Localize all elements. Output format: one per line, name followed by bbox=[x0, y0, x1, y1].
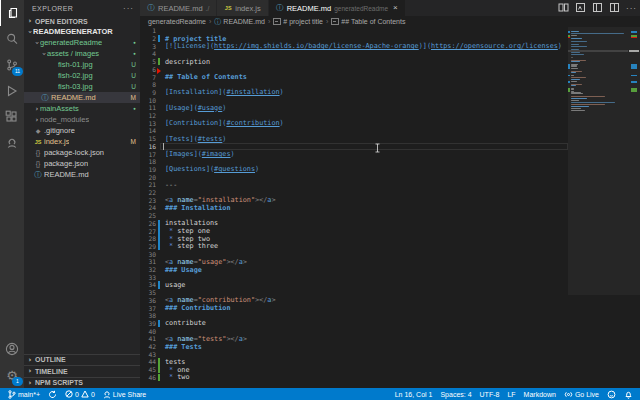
line-number[interactable]: 10 bbox=[140, 97, 156, 104]
activitybar-extensions[interactable] bbox=[0, 104, 24, 130]
line-number[interactable]: 5 bbox=[140, 58, 156, 65]
status-go-live[interactable]: Go Live bbox=[560, 388, 603, 400]
line-number[interactable]: 12 bbox=[140, 112, 156, 119]
breadcrumb-item[interactable]: ⓘREADME.md bbox=[214, 17, 265, 27]
code-editor[interactable]: 12# project title3[![License](https://im… bbox=[140, 27, 568, 388]
line-number[interactable]: 18 bbox=[140, 158, 156, 165]
tab-readme.md-[interactable]: ⓘREADME.md./ bbox=[140, 0, 217, 16]
tree-item-readme-md[interactable]: ⓘREADME.md bbox=[24, 169, 140, 180]
line-number[interactable]: 6 bbox=[140, 66, 156, 73]
line-number[interactable]: 16 bbox=[140, 143, 156, 150]
status-sync[interactable] bbox=[44, 388, 61, 400]
line-number[interactable]: 45 bbox=[140, 366, 156, 373]
activitybar-source-control[interactable]: 11 bbox=[0, 52, 24, 78]
line-number[interactable]: 42 bbox=[140, 343, 156, 350]
line-number[interactable]: 2 bbox=[140, 35, 156, 42]
line-number[interactable]: 33 bbox=[140, 274, 156, 281]
line-number[interactable]: 4 bbox=[140, 50, 156, 57]
line-number[interactable]: 41 bbox=[140, 335, 156, 342]
line-number[interactable]: 19 bbox=[140, 166, 156, 173]
split-editor-icon[interactable] bbox=[609, 0, 620, 17]
close-icon[interactable]: × bbox=[393, 4, 398, 12]
tree-item-mainassets[interactable]: ›mainAssets● bbox=[24, 103, 140, 114]
line-number[interactable]: 27 bbox=[140, 228, 156, 235]
open-changes-icon[interactable] bbox=[558, 0, 569, 17]
line-number[interactable]: 11 bbox=[140, 104, 156, 111]
activitybar-explorer[interactable] bbox=[0, 0, 25, 26]
status-cursor-position[interactable]: Ln 16, Col 1 bbox=[391, 388, 437, 400]
status-feedback[interactable] bbox=[603, 388, 620, 400]
line-number[interactable]: 26 bbox=[140, 220, 156, 227]
line-number[interactable]: 21 bbox=[140, 181, 156, 188]
tree-item-readme-md[interactable]: ⓘREADME.mdM bbox=[24, 92, 140, 103]
line-number[interactable]: 8 bbox=[140, 81, 156, 88]
tab-index.js[interactable]: JSindex.js bbox=[217, 0, 268, 16]
status-live-share[interactable]: Live Share bbox=[99, 388, 150, 400]
status-problems[interactable]: 00 bbox=[61, 388, 99, 400]
open-editors-section[interactable]: › OPEN EDITORS bbox=[24, 16, 140, 26]
tree-item-fish-02-jpg[interactable]: fish-02.jpgU bbox=[24, 70, 140, 81]
line-number[interactable]: 24 bbox=[140, 204, 156, 211]
line-number[interactable]: 1 bbox=[140, 27, 156, 34]
breadcrumb-item[interactable]: ## Table of Contents bbox=[331, 18, 405, 25]
line-number[interactable]: 23 bbox=[140, 197, 156, 204]
line-number[interactable]: 36 bbox=[140, 297, 156, 304]
tree-item-index-js[interactable]: JSindex.jsM bbox=[24, 136, 140, 147]
line-number[interactable]: 46 bbox=[140, 374, 156, 381]
line-number[interactable]: 22 bbox=[140, 189, 156, 196]
sidebar-section-timeline[interactable]: ›TIMELINE bbox=[24, 365, 140, 377]
status-eol[interactable]: LF bbox=[503, 388, 519, 400]
tree-item-assets-images[interactable]: ›assets / images● bbox=[24, 48, 140, 59]
more-actions-icon[interactable]: ··· bbox=[123, 4, 134, 13]
line-number[interactable]: 28 bbox=[140, 235, 156, 242]
line-number[interactable]: 30 bbox=[140, 251, 156, 258]
line-number[interactable]: 32 bbox=[140, 266, 156, 273]
line-number[interactable]: 31 bbox=[140, 258, 156, 265]
activitybar-search[interactable] bbox=[0, 26, 24, 52]
tree-item-package-json[interactable]: {}package.json bbox=[24, 158, 140, 169]
activitybar-accounts[interactable] bbox=[0, 336, 24, 362]
tree-item--gitignore[interactable]: ◆.gitignore bbox=[24, 125, 140, 136]
line-number[interactable]: 3 bbox=[140, 43, 156, 50]
line-number[interactable]: 9 bbox=[140, 89, 156, 96]
activitybar-settings[interactable]: ⚙1 bbox=[0, 362, 24, 388]
status-language-mode[interactable]: Markdown bbox=[520, 388, 560, 400]
line-number[interactable]: 17 bbox=[140, 151, 156, 158]
activitybar-live-share[interactable] bbox=[0, 130, 24, 156]
line-number[interactable]: 38 bbox=[140, 312, 156, 319]
status-indentation[interactable]: Spaces: 4 bbox=[436, 388, 475, 400]
tree-item-readmegenerator[interactable]: ›READMEGENERATOR bbox=[24, 26, 140, 37]
more-actions-icon[interactable]: ··· bbox=[626, 4, 637, 13]
tree-item-node-modules[interactable]: ›node_modules bbox=[24, 114, 140, 125]
line-number[interactable]: 40 bbox=[140, 328, 156, 335]
activitybar-run-debug[interactable] bbox=[0, 78, 24, 104]
line-number[interactable]: 20 bbox=[140, 174, 156, 181]
line-number[interactable]: 34 bbox=[140, 281, 156, 288]
line-number[interactable]: 14 bbox=[140, 127, 156, 134]
open-preview-side-icon[interactable] bbox=[592, 0, 603, 17]
line-number[interactable]: 37 bbox=[140, 305, 156, 312]
tab-readme.md-generatedReadme[interactable]: ⓘREADME.mdgeneratedReadme× bbox=[269, 0, 406, 16]
line-number[interactable]: 35 bbox=[140, 289, 156, 296]
line-number[interactable]: 43 bbox=[140, 351, 156, 358]
tree-item-fish-01-jpg[interactable]: fish-01.jpgU bbox=[24, 59, 140, 70]
line-number[interactable]: 15 bbox=[140, 135, 156, 142]
status-encoding[interactable]: UTF-8 bbox=[476, 388, 504, 400]
tree-item-fish-03-jpg[interactable]: fish-03.jpgU bbox=[24, 81, 140, 92]
scrollbar-slider[interactable] bbox=[568, 27, 640, 295]
sidebar-section-npm-scripts[interactable]: ›NPM SCRIPTS bbox=[24, 377, 140, 389]
status-notifications[interactable] bbox=[620, 388, 637, 400]
markdown-preview-icon[interactable] bbox=[575, 0, 586, 17]
status-git-branch[interactable]: main*+ bbox=[4, 388, 44, 400]
line-number[interactable]: 25 bbox=[140, 212, 156, 219]
tree-item-package-lock-json[interactable]: {}package-lock.json bbox=[24, 147, 140, 158]
line-number[interactable]: 29 bbox=[140, 243, 156, 250]
line-number[interactable]: 7 bbox=[140, 74, 156, 81]
tree-item-generatedreadme[interactable]: ›generatedReadme● bbox=[24, 37, 140, 48]
breadcrumb-item[interactable]: generatedReadme bbox=[148, 18, 206, 25]
line-number[interactable]: 13 bbox=[140, 120, 156, 127]
line-number[interactable]: 39 bbox=[140, 320, 156, 327]
breadcrumb-item[interactable]: # project title bbox=[273, 18, 323, 25]
line-number[interactable]: 44 bbox=[140, 358, 156, 365]
sidebar-section-outline[interactable]: ›OUTLINE bbox=[24, 354, 140, 366]
